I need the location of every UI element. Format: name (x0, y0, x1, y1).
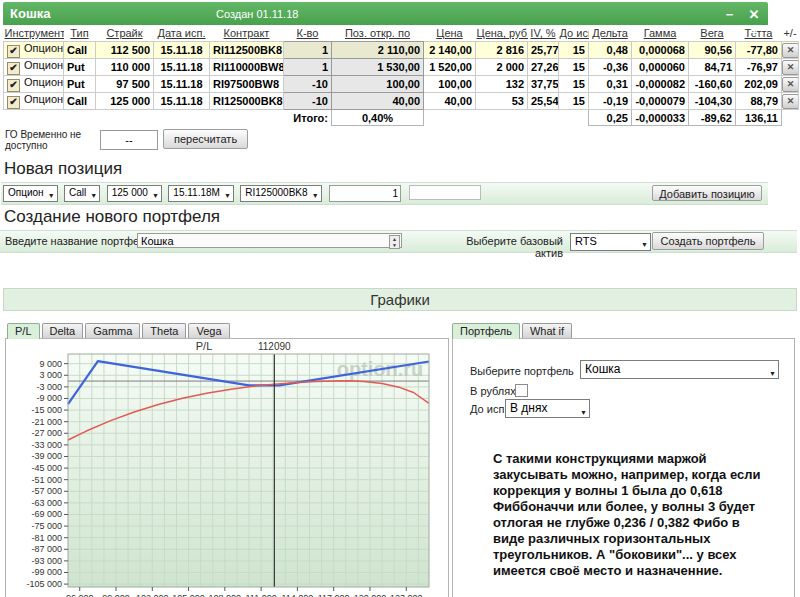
y-tick-label: -27 000 (31, 428, 62, 438)
contract-cell: RI112500BK8 (210, 42, 284, 59)
type-cell: Put (64, 76, 96, 93)
days-cell: 15 (559, 93, 589, 110)
column-header-11[interactable]: До исп. (559, 25, 589, 42)
strike-cell: 112 500 (96, 42, 154, 59)
chevron-down-icon: ▼ (90, 189, 97, 203)
type-select[interactable]: Call ▼ (64, 185, 100, 202)
empty-cell (96, 110, 154, 126)
row-checkbox[interactable]: ✔ (7, 79, 20, 92)
in-rubles-checkbox[interactable] (515, 384, 528, 397)
price-cell: 100,00 (424, 76, 476, 93)
create-portfolio-strip: Введите название портфеля ▲▼ Выберите ба… (0, 230, 797, 253)
add-icon[interactable]: + (744, 25, 764, 40)
y-tick-label: -9 000 (36, 393, 62, 403)
column-header-12[interactable]: Дельта (589, 25, 632, 42)
y-tick-label: -63 000 (31, 498, 62, 508)
price-empty-cell[interactable] (409, 185, 481, 200)
base-asset-select[interactable]: RTS ▼ (570, 233, 651, 251)
column-header-3[interactable]: Страйк (96, 25, 154, 42)
recalculate-button[interactable]: пересчитать (163, 129, 248, 149)
totals-label: Итого: (284, 110, 332, 126)
y-tick-label: -99 000 (31, 567, 62, 577)
y-tick-label: -81 000 (31, 533, 62, 543)
delete-row-button[interactable]: ✕ (782, 94, 799, 109)
chart-tab-delta[interactable]: Delta (42, 323, 84, 339)
spinner-icon[interactable]: ▲▼ (389, 235, 400, 249)
x-tick-label: 105 000 (172, 593, 205, 597)
theta-cell: -77,80 (736, 42, 782, 59)
portfolio-select-value: Кошка (585, 362, 620, 376)
empty-cell (64, 110, 96, 126)
empty-cell (210, 110, 284, 126)
empty-cell (528, 110, 559, 126)
theta-cell: -76,97 (736, 59, 782, 76)
strike-select[interactable]: 125 000 ▼ (107, 185, 162, 202)
y-axis-title: P/L (196, 340, 213, 352)
row-checkbox[interactable]: ✔ (7, 62, 20, 75)
close-icon[interactable]: ✕ (744, 7, 764, 22)
column-header-10[interactable]: IV, % (528, 25, 559, 42)
contract-cell: RI97500BW8 (210, 76, 284, 93)
chart-tab-theta[interactable]: Theta (142, 323, 186, 339)
add-position-button[interactable]: Добавить позицию (652, 185, 762, 201)
positions-table: ИнструментТипСтрайкДата исп.КонтрактК-во… (3, 25, 799, 126)
column-header-7[interactable]: Поз. откр. по (332, 25, 424, 42)
type-cell: Put (64, 59, 96, 76)
delete-row-button[interactable]: ✕ (782, 60, 799, 75)
column-header-5[interactable]: Контракт (210, 25, 284, 42)
column-header-1[interactable]: Инструмент (4, 25, 64, 42)
qty-cell: 1 (284, 42, 332, 59)
delta-cell: -0,36 (589, 59, 632, 76)
create-portfolio-button[interactable]: Создать портфель (652, 232, 764, 250)
column-header-4[interactable]: Дата исп. (154, 25, 210, 42)
x-tick-label: 96 000 (66, 593, 94, 597)
price-cell: 1 520,00 (424, 59, 476, 76)
position-row: ✔ОпционCall112 50015.11.18RI112500BK812 … (4, 42, 799, 59)
delete-row-button[interactable]: ✕ (782, 43, 799, 58)
iv-cell: 27,26 (528, 59, 559, 76)
in-rubles-label: В рублях: (470, 385, 519, 397)
portfolio-name-label: Введите название портфеля (5, 235, 151, 247)
row-checkbox[interactable]: ✔ (7, 96, 20, 109)
open-at-cell: 1 530,00 (332, 59, 424, 76)
window-controls: − ✕ + (698, 5, 764, 41)
instrument-label: Опцион (24, 42, 63, 54)
column-header-13[interactable]: Гамма (632, 25, 689, 42)
base-asset-select-value: RTS (575, 235, 597, 247)
new-position-heading: Новая позиция (4, 159, 800, 179)
strike-cell: 125 000 (96, 93, 154, 110)
days-units-select[interactable]: В днях ▼ (505, 399, 590, 418)
x-tick-label: 120 000 (354, 593, 387, 597)
contract-select[interactable]: RI125000BK8 ▼ (240, 185, 321, 202)
chart-tab-gamma[interactable]: Gamma (85, 323, 140, 339)
chart-tab-p-l[interactable]: P/L (7, 323, 40, 339)
delete-row-button[interactable]: ✕ (782, 77, 799, 92)
quantity-input[interactable] (329, 185, 401, 202)
column-header-8[interactable]: Цена (424, 25, 476, 42)
instrument-cell: ✔Опцион (4, 42, 64, 59)
row-checkbox[interactable]: ✔ (7, 45, 20, 58)
portfolio-name-input[interactable] (137, 233, 402, 248)
date-select[interactable]: 15.11.18М ▼ (168, 185, 234, 202)
column-header-2[interactable]: Тип (64, 25, 96, 42)
portfolio-note-text: С такими конструкциями маржой закусывать… (493, 451, 763, 579)
x-tick-label: 99 000 (102, 593, 130, 597)
contract-cell: RI125000BK8 (210, 93, 284, 110)
y-tick-label: -33 000 (31, 440, 62, 450)
portfolio-created-date: Создан 01.11.18 (216, 8, 298, 20)
x-tick-label: 102 000 (136, 593, 169, 597)
y-tick-label: -21 000 (31, 417, 62, 427)
panel-tab-what-if[interactable]: What if (522, 323, 572, 339)
minimize-icon[interactable]: − (720, 7, 740, 22)
column-header-16[interactable]: +/- (782, 25, 799, 42)
price-marker-label: 112090 (258, 341, 291, 352)
panel-tab-портфель[interactable]: Портфель (452, 323, 520, 339)
column-header-6[interactable]: К-во (284, 25, 332, 42)
go-value-input[interactable] (100, 130, 158, 150)
chart-tab-vega[interactable]: Vega (188, 323, 229, 339)
delete-cell: ✕ (782, 42, 799, 59)
delta-cell: 0,31 (589, 76, 632, 93)
portfolio-select[interactable]: Кошка ▼ (580, 360, 779, 379)
column-header-9[interactable]: Цена, руб. (476, 25, 528, 42)
instrument-select[interactable]: Опцион ▼ (3, 185, 58, 202)
